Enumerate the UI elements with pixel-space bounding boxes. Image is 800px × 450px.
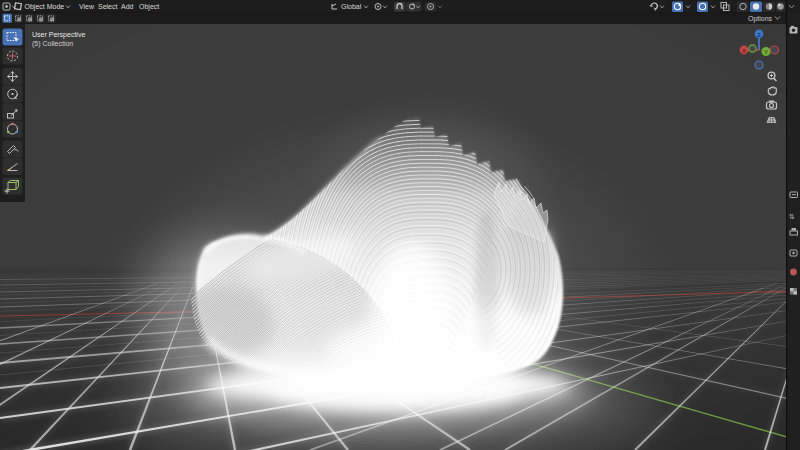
svg-text:⇅: ⇅ <box>789 213 795 220</box>
svg-text:User Perspective: User Perspective <box>32 31 85 39</box>
svg-text:(5) Collection: (5) Collection <box>32 40 73 48</box>
svg-text:Options: Options <box>748 15 773 23</box>
svg-text:X: X <box>742 48 746 54</box>
svg-text:Z: Z <box>757 32 761 38</box>
svg-text:Y: Y <box>764 49 768 55</box>
svg-text:Global: Global <box>341 3 362 10</box>
svg-text:Object: Object <box>139 3 159 11</box>
svg-text:Object Mode: Object Mode <box>25 3 65 11</box>
svg-text:Add: Add <box>121 3 134 10</box>
svg-text:Select: Select <box>98 3 118 10</box>
svg-text:View: View <box>79 3 95 10</box>
